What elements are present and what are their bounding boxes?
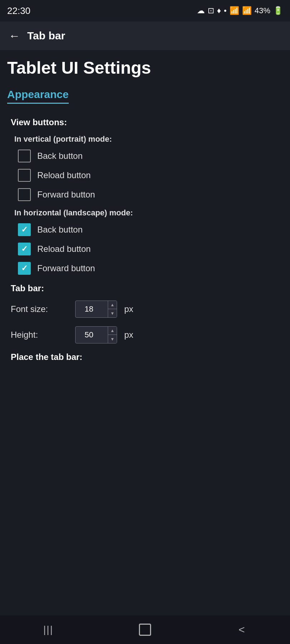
home-icon	[139, 624, 151, 636]
portrait-back-checkbox[interactable]	[18, 150, 31, 162]
back-nav-button[interactable]: <	[227, 619, 256, 640]
height-input-wrapper: ▲ ▼	[75, 326, 117, 343]
portrait-checkboxes: Back button Reload button Forward button	[18, 150, 283, 201]
recent-apps-icon: |||	[43, 624, 53, 635]
font-size-unit: px	[124, 304, 133, 314]
landscape-mode-label: In horizontal (landscape) mode:	[14, 208, 283, 218]
portrait-reload-label: Reload button	[37, 170, 91, 180]
landscape-reload-label: Reload button	[37, 244, 91, 254]
portrait-mode-label: In vertical (portrait) mode:	[14, 135, 283, 144]
status-icons: ☁ ⊡ ♦ • 📶 📶 43% 🔋	[197, 6, 283, 15]
appearance-section: Appearance View buttons: In vertical (po…	[7, 88, 283, 362]
portrait-forward-item[interactable]: Forward button	[18, 188, 283, 201]
back-nav-icon: <	[238, 624, 245, 635]
portrait-back-item[interactable]: Back button	[18, 150, 283, 162]
height-label: Height:	[11, 330, 68, 340]
font-size-label: Font size:	[11, 304, 68, 314]
cast-icon: ♦	[217, 6, 221, 15]
font-size-increment[interactable]: ▲	[108, 301, 117, 309]
landscape-back-checkbox[interactable]	[18, 223, 31, 236]
back-button[interactable]: ←	[9, 29, 20, 43]
landscape-mode-group: In horizontal (landscape) mode: Back but…	[7, 208, 283, 275]
tab-bar-label: Tab bar:	[11, 283, 283, 293]
height-increment[interactable]: ▲	[108, 326, 117, 335]
camera-icon: ⊡	[208, 6, 214, 15]
landscape-forward-item[interactable]: Forward button	[18, 262, 283, 275]
nav-title: Tab bar	[27, 30, 65, 42]
bottom-nav: ||| <	[0, 615, 290, 644]
font-size-spinner: ▲ ▼	[108, 301, 117, 318]
height-spinner: ▲ ▼	[108, 326, 117, 343]
portrait-mode-group: In vertical (portrait) mode: Back button…	[7, 135, 283, 201]
status-bar: 22:30 ☁ ⊡ ♦ • 📶 📶 43% 🔋	[0, 0, 290, 21]
signal-icon: 📶	[242, 6, 252, 15]
portrait-forward-label: Forward button	[37, 190, 95, 200]
battery-percent: 43%	[255, 6, 270, 15]
place-tab-bar-label: Place the tab bar:	[11, 352, 283, 362]
cloud-icon: ☁	[197, 6, 205, 15]
dot-icon: •	[224, 6, 227, 15]
recent-apps-button[interactable]: |||	[34, 619, 63, 640]
font-size-input[interactable]	[76, 301, 108, 318]
wifi-icon: 📶	[229, 6, 239, 15]
view-buttons-section: View buttons: In vertical (portrait) mod…	[7, 117, 283, 275]
landscape-reload-checkbox[interactable]	[18, 243, 31, 255]
main-content: Tablet UI Settings Appearance View butto…	[0, 50, 290, 615]
landscape-back-label: Back button	[37, 225, 83, 235]
landscape-checkboxes: Back button Reload button Forward button	[18, 223, 283, 275]
portrait-reload-item[interactable]: Reload button	[18, 169, 283, 182]
portrait-reload-checkbox[interactable]	[18, 169, 31, 182]
font-size-decrement[interactable]: ▼	[108, 309, 117, 318]
height-decrement[interactable]: ▼	[108, 335, 117, 343]
height-row: Height: ▲ ▼ px	[11, 326, 283, 343]
portrait-back-label: Back button	[37, 151, 83, 161]
landscape-reload-item[interactable]: Reload button	[18, 243, 283, 255]
landscape-back-item[interactable]: Back button	[18, 223, 283, 236]
page-title: Tablet UI Settings	[7, 59, 283, 78]
portrait-forward-checkbox[interactable]	[18, 188, 31, 201]
font-size-input-wrapper: ▲ ▼	[75, 301, 117, 318]
status-time: 22:30	[7, 5, 30, 16]
landscape-forward-checkbox[interactable]	[18, 262, 31, 275]
tab-bar-section: Tab bar: Font size: ▲ ▼ px Height:	[7, 283, 283, 362]
appearance-heading: Appearance	[7, 88, 69, 104]
height-input[interactable]	[76, 326, 108, 343]
battery-icon: 🔋	[273, 6, 283, 15]
home-button[interactable]	[131, 619, 159, 640]
view-buttons-label: View buttons:	[11, 117, 283, 127]
height-unit: px	[124, 330, 133, 340]
font-size-row: Font size: ▲ ▼ px	[11, 301, 283, 318]
nav-bar: ← Tab bar	[0, 21, 290, 50]
landscape-forward-label: Forward button	[37, 263, 95, 273]
